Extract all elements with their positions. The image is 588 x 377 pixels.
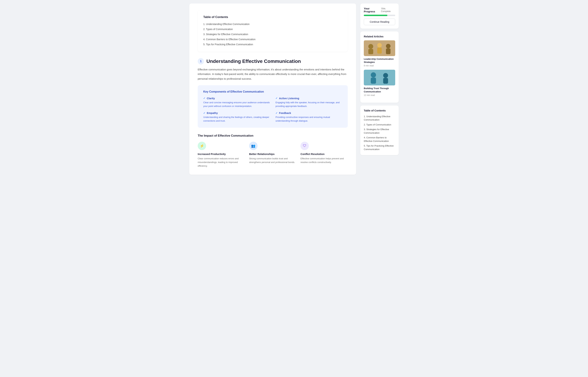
component-active-listening: ✓ Active Listening Engaging fully with t…	[276, 97, 342, 108]
component-empathy-title: ✓ Empathy	[203, 111, 270, 114]
check-icon-feedback: ✓	[276, 112, 277, 114]
toc-section: Table of Contents 1. Understanding Effec…	[198, 11, 348, 52]
progress-card: Your Progress 75% Complete Continue Read…	[360, 3, 399, 29]
toc-item-4[interactable]: 4. Common Barriers to Effective Communic…	[203, 37, 342, 42]
component-feedback: ✓ Feedback Providing constructive respon…	[276, 111, 342, 123]
article-trust-read-time: 12 min read	[364, 94, 395, 96]
impact-conflict-desc: Effective communication helps prevent an…	[300, 157, 348, 164]
conflict-icon-wrap: 🛡	[300, 142, 309, 150]
article-leadership-title: Leadership Communication Strategies	[364, 58, 395, 64]
productivity-icon-wrap: ⚡	[198, 142, 206, 150]
impact-productivity-desc: Clear communication reduces errors and m…	[198, 157, 245, 168]
component-clarity-desc: Clear and concise messaging ensures your…	[203, 101, 270, 108]
svg-point-6	[386, 44, 390, 48]
article-leadership-read-time: 8 min read	[364, 64, 395, 67]
check-icon-clarity: ✓	[203, 97, 205, 100]
sidebar-toc-list: 1. Understanding Effective Communication…	[364, 114, 395, 152]
svg-rect-7	[386, 48, 390, 54]
toc-list: 1. Understanding Effective Communication…	[203, 22, 342, 47]
impact-conflict: 🛡 Conflict Resolution Effective communic…	[300, 142, 348, 168]
sidebar-toc-title: Table of Contents	[364, 109, 395, 112]
components-grid: ✓ Clarity Clear and concise messaging en…	[203, 97, 342, 123]
component-empathy: ✓ Empathy Understanding and sharing the …	[203, 111, 270, 123]
relationships-icon-wrap: 👥	[249, 142, 257, 150]
component-feedback-title: ✓ Feedback	[276, 111, 342, 114]
impact-productivity-title: Increased Productivity	[198, 153, 245, 155]
sidebar-toc-card: Table of Contents 1. Understanding Effec…	[360, 106, 399, 155]
lightning-icon: ⚡	[200, 144, 204, 148]
svg-point-12	[383, 73, 388, 78]
impact-relationships: 👥 Better Relationships Strong communicat…	[249, 142, 296, 168]
check-icon-empathy: ✓	[203, 112, 205, 114]
progress-header: Your Progress 75% Complete	[364, 7, 395, 13]
sidebar-toc-item-4[interactable]: 4. Common Barriers to Effective Communic…	[364, 135, 395, 143]
check-icon-active-listening: ✓	[276, 97, 277, 100]
svg-rect-9	[364, 70, 395, 85]
article-trust-title: Building Trust Through Communication	[364, 87, 395, 93]
sidebar-toc-item-5[interactable]: 5. Tips for Practicing Effective Communi…	[364, 143, 395, 152]
sidebar-toc-item-1[interactable]: 1. Understanding Effective Communication	[364, 114, 395, 122]
article-trust-image	[364, 70, 395, 85]
toc-item-5[interactable]: 5. Tips for Practicing Effective Communi…	[203, 42, 342, 47]
impact-relationships-desc: Strong communication builds trust and st…	[249, 157, 296, 164]
progress-title: Your Progress	[364, 7, 381, 13]
key-components-title: Key Components of Effective Communicatio…	[203, 90, 342, 93]
svg-rect-13	[383, 78, 388, 84]
svg-rect-5	[377, 47, 382, 54]
toc-item-1[interactable]: 1. Understanding Effective Communication	[203, 22, 342, 27]
impact-conflict-title: Conflict Resolution	[300, 153, 348, 155]
continue-reading-button[interactable]: Continue Reading	[364, 19, 395, 25]
svg-point-4	[377, 43, 382, 47]
component-empathy-desc: Understanding and sharing the feelings o…	[203, 116, 270, 123]
toc-item-2[interactable]: 2. Types of Communication	[203, 27, 342, 32]
key-components-card: Key Components of Effective Communicatio…	[198, 85, 348, 128]
progress-bar-fill	[364, 15, 387, 16]
related-articles-card: Related Articles	[360, 31, 399, 103]
component-clarity: ✓ Clarity Clear and concise messaging en…	[203, 97, 270, 108]
sidebar: Your Progress 75% Complete Continue Read…	[360, 3, 399, 155]
impact-grid: ⚡ Increased Productivity Clear communica…	[198, 142, 348, 168]
impact-productivity: ⚡ Increased Productivity Clear communica…	[198, 142, 245, 168]
people-icon: 👥	[251, 144, 255, 148]
component-active-listening-title: ✓ Active Listening	[276, 97, 342, 100]
toc-item-3[interactable]: 3. Strategies for Effective Communicatio…	[203, 32, 342, 37]
impact-section: The Impact of Effective Communication ⚡ …	[198, 134, 348, 168]
page-wrapper: Table of Contents 1. Understanding Effec…	[189, 3, 399, 374]
toc-title: Table of Contents	[203, 15, 342, 19]
impact-relationships-title: Better Relationships	[249, 153, 296, 155]
section1-number: 1	[198, 58, 204, 64]
impact-title: The Impact of Effective Communication	[198, 134, 348, 138]
svg-point-10	[371, 72, 376, 78]
progress-bar-bg	[364, 15, 395, 16]
section1-title: Understanding Effective Communication	[206, 59, 301, 64]
shield-icon: 🛡	[303, 144, 306, 148]
section1-body: Effective communication goes beyond exch…	[198, 67, 348, 81]
article-leadership-image	[364, 40, 395, 56]
component-active-listening-desc: Engaging fully with the speaker, focusin…	[276, 101, 342, 108]
component-feedback-desc: Providing constructive responses and ens…	[276, 116, 342, 123]
svg-rect-11	[371, 78, 376, 84]
sidebar-toc-item-2[interactable]: 2. Types of Communication	[364, 122, 395, 127]
main-content: Table of Contents 1. Understanding Effec…	[189, 3, 356, 175]
svg-point-2	[368, 44, 373, 49]
progress-percent: 75% Complete	[381, 7, 395, 12]
component-clarity-title: ✓ Clarity	[203, 97, 270, 100]
sidebar-toc-item-3[interactable]: 3. Strategies for Effective Communicatio…	[364, 127, 395, 135]
article-leadership[interactable]: Leadership Communication Strategies 8 mi…	[364, 40, 395, 67]
svg-rect-3	[368, 49, 373, 54]
related-articles-title: Related Articles	[364, 35, 395, 38]
article-trust[interactable]: Building Trust Through Communication 12 …	[364, 70, 395, 96]
section1-header: 1 Understanding Effective Communication	[198, 58, 348, 64]
